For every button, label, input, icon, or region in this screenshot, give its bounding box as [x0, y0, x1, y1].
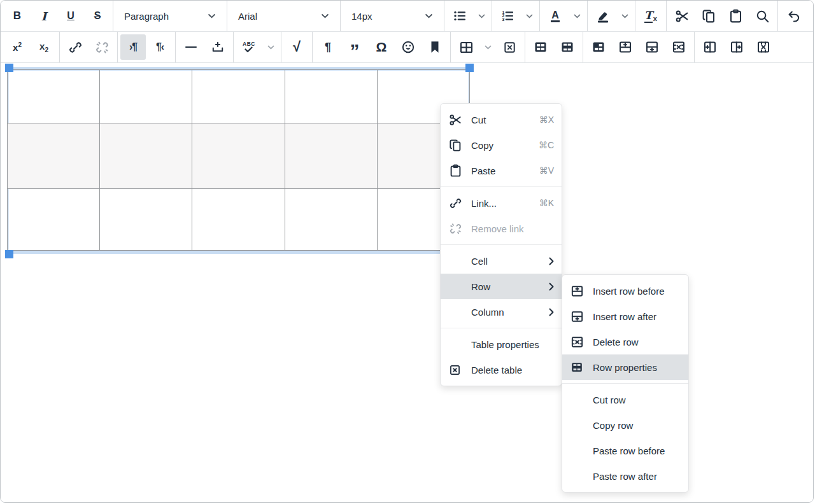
delete-row-button[interactable] [666, 34, 691, 60]
undo-button[interactable] [781, 3, 806, 29]
menu-item-label: Table properties [471, 339, 539, 350]
menu-item-cell[interactable]: Cell [441, 248, 562, 274]
menu-item-column[interactable]: Column [441, 299, 562, 325]
menu-item-cut[interactable]: Cut ⌘X [441, 107, 562, 132]
table-resize-handle-top-left[interactable] [5, 64, 13, 72]
emoji-button[interactable] [395, 34, 421, 60]
unlink-icon [94, 39, 110, 55]
menu-item-delete-row[interactable]: Delete row [562, 329, 688, 354]
toolbar-separator [113, 1, 113, 31]
spellcheck-button[interactable]: ABC [236, 34, 262, 60]
table-cell[interactable] [100, 123, 192, 189]
menu-item-insert-row-after[interactable]: Insert row after [562, 304, 688, 329]
cell-properties-button[interactable] [586, 34, 611, 60]
horizontal-rule-button[interactable] [178, 34, 204, 60]
menu-item-paste-row-after[interactable]: Paste row after [562, 463, 688, 489]
menu-item-table-properties[interactable]: Table properties [441, 332, 562, 357]
menu-item-cut-row[interactable]: Cut row [562, 387, 688, 412]
menu-item-copy[interactable]: Copy ⌘C [441, 132, 562, 158]
insert-table-button[interactable] [453, 34, 479, 60]
text-color-menu-button[interactable] [569, 3, 585, 29]
bullet-list-menu-button[interactable] [474, 3, 489, 29]
chevron-down-icon [574, 14, 581, 18]
menu-item-insert-row-before[interactable]: Insert row before [562, 278, 688, 304]
menu-item-copy-row[interactable]: Copy row [562, 412, 688, 438]
table-cell[interactable] [285, 189, 377, 251]
delete-column-button[interactable] [751, 34, 776, 60]
spellcheck-menu-button[interactable] [263, 34, 278, 60]
table-row [8, 70, 470, 123]
bold-button[interactable]: B [4, 3, 30, 29]
scissors-icon [674, 8, 690, 24]
copy-button[interactable] [696, 3, 721, 29]
table-cell[interactable] [192, 189, 285, 251]
delete-table-button[interactable] [497, 34, 522, 60]
text-color-button[interactable]: A [542, 3, 568, 29]
menu-item-row-properties[interactable]: Row properties [562, 354, 688, 380]
superscript-button[interactable]: x2 [4, 34, 30, 60]
table-properties-button[interactable] [528, 34, 553, 60]
font-family-select[interactable]: Arial [229, 1, 338, 31]
insert-column-before-button[interactable] [697, 34, 723, 60]
table-cell[interactable] [8, 123, 100, 189]
insert-row-before-icon [618, 39, 633, 55]
insert-row-after-button[interactable] [639, 34, 665, 60]
formula-button[interactable]: √ [284, 34, 309, 60]
insert-table-menu-button[interactable] [480, 34, 495, 60]
toolbar-separator [587, 1, 588, 31]
table-cell[interactable] [285, 70, 377, 123]
highlight-color-button[interactable] [590, 3, 616, 29]
menu-item-link[interactable]: Link... ⌘K [441, 190, 562, 216]
numbered-list-button[interactable]: 123 [495, 3, 520, 29]
italic-button[interactable]: I [31, 3, 57, 29]
table-cell[interactable] [285, 123, 377, 189]
special-character-button[interactable]: Ω [369, 34, 394, 60]
menu-item-paste-row-before[interactable]: Paste row before [562, 438, 688, 463]
menu-item-paste[interactable]: Paste ⌘V [441, 158, 562, 183]
table-resize-handle-top-right[interactable] [465, 64, 474, 72]
font-size-select[interactable]: 14px [343, 1, 442, 31]
underline-button[interactable]: U [58, 3, 83, 29]
toolbar-separator [340, 1, 341, 31]
table-cell[interactable] [8, 189, 100, 251]
subscript-button[interactable]: x2 [31, 34, 57, 60]
numbered-list-menu-button[interactable] [521, 3, 537, 29]
search-button[interactable] [749, 3, 775, 29]
menu-item-row[interactable]: Row [441, 274, 562, 299]
row-properties-button[interactable] [555, 34, 580, 60]
paragraph-format-select[interactable]: Paragraph [115, 1, 225, 31]
menu-item-label: Delete table [471, 365, 522, 375]
rtl-direction-button[interactable]: ¶‹ [147, 34, 173, 60]
table-row-properties-icon [560, 39, 575, 55]
table-row-properties-icon [570, 360, 586, 374]
menu-item-remove-link[interactable]: Remove link [441, 216, 562, 241]
highlight-color-menu-button[interactable] [617, 3, 632, 29]
table-cell[interactable] [8, 70, 100, 123]
bullet-list-button[interactable] [447, 3, 472, 29]
table-resize-handle-bottom-left[interactable] [5, 250, 13, 258]
cut-button[interactable] [669, 3, 695, 29]
menu-item-delete-table[interactable]: Delete table [441, 357, 562, 382]
insert-link-button[interactable] [62, 34, 88, 60]
menu-item-label: Paste row after [593, 471, 657, 482]
toolbar-separator [59, 32, 60, 62]
paste-button[interactable] [723, 3, 748, 29]
paragraph-mark-button[interactable]: ¶ [315, 34, 341, 60]
page-break-button[interactable] [205, 34, 230, 60]
remove-link-button[interactable] [89, 34, 115, 60]
blockquote-button[interactable]: ” [342, 34, 367, 60]
table-cell[interactable] [192, 70, 285, 123]
horizontal-rule-icon [185, 46, 197, 48]
clear-formatting-button[interactable]: Tx [638, 3, 663, 29]
emoji-icon [400, 39, 416, 55]
editor-canvas[interactable] [1, 64, 813, 502]
strikethrough-button[interactable]: S [85, 3, 110, 29]
ltr-direction-button[interactable]: ›¶ [120, 34, 146, 60]
table-cell[interactable] [100, 189, 192, 251]
table-cell[interactable] [192, 123, 285, 189]
bookmark-button[interactable] [422, 34, 448, 60]
numbered-list-icon: 123 [500, 8, 515, 24]
insert-column-after-button[interactable] [724, 34, 749, 60]
table-cell[interactable] [100, 70, 192, 123]
insert-row-before-button[interactable] [613, 34, 638, 60]
